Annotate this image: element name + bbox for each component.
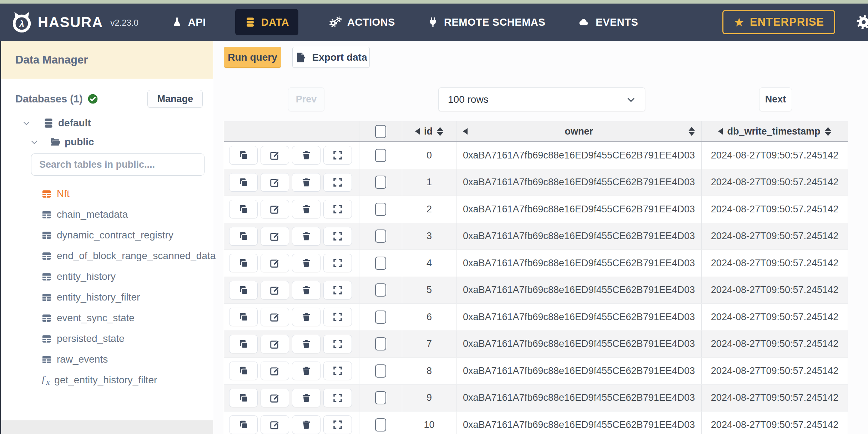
- nav-item-events[interactable]: EVENTS: [575, 9, 641, 35]
- delete-row-button[interactable]: [292, 146, 321, 165]
- delete-row-button[interactable]: [292, 415, 321, 434]
- rows-per-page-select[interactable]: 100 rows: [438, 87, 645, 111]
- edit-row-button[interactable]: [261, 308, 289, 326]
- delete-row-button[interactable]: [292, 281, 321, 299]
- expand-row-button[interactable]: [323, 146, 352, 165]
- edit-row-button[interactable]: [261, 281, 289, 299]
- expand-row-button[interactable]: [323, 173, 352, 192]
- edit-row-button[interactable]: [261, 146, 289, 165]
- edit-row-button[interactable]: [261, 227, 289, 246]
- sidebar-table-get_entity_history_filter[interactable]: ƒxget_entity_history_filter: [1, 370, 213, 390]
- edit-icon: [269, 393, 280, 403]
- clone-row-button[interactable]: [229, 254, 258, 272]
- row-checkbox[interactable]: [375, 283, 386, 297]
- chevron-down-icon[interactable]: [22, 118, 31, 128]
- expand-row-button[interactable]: [323, 200, 352, 218]
- next-page-button[interactable]: Next: [759, 87, 792, 111]
- delete-row-button[interactable]: [292, 389, 321, 407]
- row-checkbox[interactable]: [375, 364, 386, 378]
- row-checkbox[interactable]: [375, 311, 386, 324]
- row-checkbox[interactable]: [375, 391, 386, 404]
- expand-row-button[interactable]: [323, 281, 352, 299]
- tree-node-public[interactable]: public: [30, 136, 213, 148]
- settings-gear-icon[interactable]: [856, 14, 868, 30]
- delete-row-button[interactable]: [292, 227, 321, 246]
- expand-row-button[interactable]: [323, 362, 352, 380]
- expand-row-button[interactable]: [323, 389, 352, 407]
- prev-page-button[interactable]: Prev: [288, 87, 324, 111]
- delete-row-button[interactable]: [292, 362, 321, 380]
- column-header-db_write_timestamp[interactable]: db_write_timestamp: [702, 121, 848, 141]
- row-checkbox[interactable]: [375, 418, 386, 432]
- expand-icon: [332, 177, 343, 188]
- nav-item-remote-schemas[interactable]: REMOTE SCHEMAS: [424, 9, 548, 35]
- edit-row-button[interactable]: [261, 389, 289, 407]
- expand-icon: [332, 285, 343, 296]
- sidebar-table-entity_history_filter[interactable]: entity_history_filter: [1, 287, 213, 308]
- sidebar-table-persisted_state[interactable]: persisted_state: [1, 328, 213, 349]
- clone-row-button[interactable]: [229, 281, 258, 299]
- clone-row-button[interactable]: [229, 389, 258, 407]
- collapse-column-icon[interactable]: [463, 128, 468, 135]
- row-checkbox[interactable]: [375, 149, 386, 162]
- column-header-id[interactable]: id: [402, 121, 456, 141]
- clone-row-button[interactable]: [229, 227, 258, 246]
- table-name: end_of_block_range_scanned_data: [57, 250, 216, 262]
- row-checkbox[interactable]: [375, 176, 386, 189]
- manage-button[interactable]: Manage: [147, 90, 203, 108]
- select-all-checkbox[interactable]: [375, 125, 386, 138]
- clone-row-button[interactable]: [229, 200, 258, 218]
- collapse-column-icon[interactable]: [415, 128, 420, 135]
- delete-row-button[interactable]: [292, 254, 321, 272]
- clone-row-button[interactable]: [229, 415, 258, 434]
- clone-row-button[interactable]: [229, 146, 258, 165]
- run-query-button[interactable]: Run query: [224, 47, 281, 68]
- sidebar-table-nft[interactable]: Nft: [1, 183, 213, 204]
- expand-row-button[interactable]: [323, 415, 352, 434]
- nav-item-api[interactable]: API: [168, 9, 209, 35]
- sidebar-table-dynamic_contract_registry[interactable]: dynamic_contract_registry: [1, 225, 213, 246]
- clone-row-button[interactable]: [229, 335, 258, 353]
- row-checkbox[interactable]: [375, 337, 386, 350]
- sort-icon[interactable]: [688, 127, 695, 136]
- search-tables-input[interactable]: [31, 153, 205, 176]
- expand-row-button[interactable]: [323, 254, 352, 272]
- delete-row-button[interactable]: [292, 173, 321, 192]
- chevron-down-icon[interactable]: [30, 137, 39, 147]
- brand[interactable]: λ HASURA v2.23.0: [11, 11, 138, 33]
- clone-row-button[interactable]: [229, 308, 258, 326]
- table-row: 10xaBA7161A7fb69c88e16ED9f455CE62B791EE4…: [224, 169, 848, 196]
- sidebar-table-end_of_block_range_scanned_data[interactable]: end_of_block_range_scanned_data: [1, 246, 213, 266]
- sort-icon[interactable]: [437, 127, 443, 136]
- sidebar-table-entity_history[interactable]: entity_history: [1, 266, 213, 287]
- sidebar-table-chain_metadata[interactable]: chain_metadata: [1, 204, 213, 225]
- content: Data Manager Databases (1) Manage: [0, 41, 868, 434]
- nav-item-actions[interactable]: ACTIONS: [325, 9, 398, 35]
- row-checkbox[interactable]: [375, 257, 386, 270]
- delete-row-button[interactable]: [292, 200, 321, 218]
- expand-row-button[interactable]: [323, 227, 352, 246]
- row-checkbox[interactable]: [375, 229, 386, 243]
- delete-row-button[interactable]: [292, 335, 321, 353]
- sidebar-table-raw_events[interactable]: raw_events: [1, 349, 213, 370]
- enterprise-button[interactable]: ★ ENTERPRISE: [722, 10, 835, 34]
- sort-icon[interactable]: [825, 127, 831, 136]
- collapse-column-icon[interactable]: [718, 128, 723, 135]
- row-checkbox[interactable]: [375, 203, 386, 216]
- sidebar-table-event_sync_state[interactable]: event_sync_state: [1, 308, 213, 328]
- edit-row-button[interactable]: [261, 254, 289, 272]
- tree-node-default[interactable]: default: [22, 117, 213, 129]
- delete-row-button[interactable]: [292, 308, 321, 326]
- clone-row-button[interactable]: [229, 362, 258, 380]
- nav-item-data[interactable]: DATA: [235, 9, 298, 35]
- expand-row-button[interactable]: [323, 335, 352, 353]
- edit-row-button[interactable]: [261, 362, 289, 380]
- expand-row-button[interactable]: [323, 308, 352, 326]
- edit-row-button[interactable]: [261, 415, 289, 434]
- edit-row-button[interactable]: [261, 200, 289, 218]
- clone-row-button[interactable]: [229, 173, 258, 192]
- edit-row-button[interactable]: [261, 335, 289, 353]
- export-data-button[interactable]: Export data: [292, 47, 370, 68]
- edit-row-button[interactable]: [261, 173, 289, 192]
- column-header-owner[interactable]: owner: [456, 121, 702, 141]
